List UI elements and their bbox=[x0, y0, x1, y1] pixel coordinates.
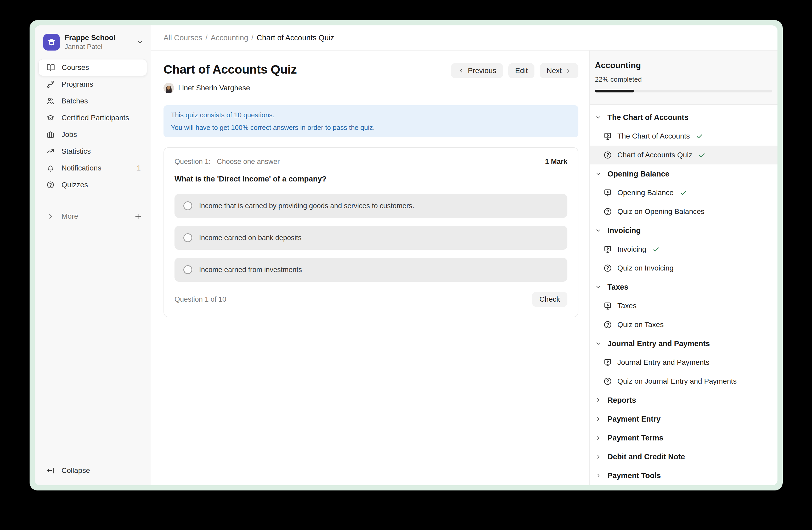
chevron-right-icon bbox=[595, 434, 602, 441]
outline-section-header-opening-balance[interactable]: Opening Balance bbox=[590, 165, 778, 183]
outline-section-opening-balance: Opening Balance Opening Balance Quiz on … bbox=[590, 165, 778, 221]
help-circle-icon bbox=[603, 264, 612, 273]
notice-line-1: This quiz consists of 10 questions. bbox=[171, 109, 571, 121]
quiz-notice: This quiz consists of 10 questions. You … bbox=[163, 105, 578, 137]
monitor-play-icon bbox=[603, 132, 612, 141]
chevron-down-icon[interactable] bbox=[136, 38, 144, 46]
outline-item-chart-of-accounts-quiz[interactable]: Chart of Accounts Quiz bbox=[590, 145, 778, 165]
sidebar-item-more[interactable]: More bbox=[39, 208, 147, 225]
graduation-cap-icon bbox=[46, 114, 55, 122]
more-label: More bbox=[61, 212, 127, 221]
outline-section-taxes: Taxes Taxes Quiz on Taxes bbox=[590, 278, 778, 334]
help-circle-icon bbox=[46, 181, 55, 189]
check-icon bbox=[652, 245, 660, 253]
plus-icon[interactable] bbox=[134, 212, 142, 221]
breadcrumb-separator: / bbox=[205, 33, 207, 42]
sidebar-item-notifications[interactable]: Notifications 1 bbox=[39, 160, 147, 177]
bell-icon bbox=[46, 164, 55, 172]
check-icon bbox=[696, 132, 704, 140]
radio-icon[interactable] bbox=[183, 265, 192, 274]
answer-option-2[interactable]: Income earned on bank deposits bbox=[174, 226, 567, 250]
sidebar-item-batches[interactable]: Batches bbox=[39, 93, 147, 110]
author-row: Linet Sherin Varghese bbox=[163, 83, 297, 93]
course-progress-label: 22% completed bbox=[595, 75, 772, 84]
graduation-cap-logo-icon bbox=[46, 37, 57, 48]
edit-button[interactable]: Edit bbox=[508, 63, 534, 78]
outline-section-header-payment-entry[interactable]: Payment Entry bbox=[590, 409, 778, 428]
workspace-switcher[interactable]: Frappe School Jannat Patel bbox=[35, 25, 151, 51]
outline-item-quiz-on-taxes[interactable]: Quiz on Taxes bbox=[590, 315, 778, 334]
collapse-icon bbox=[46, 466, 55, 475]
workspace-user: Jannat Patel bbox=[64, 43, 131, 51]
outline-section-payment-terms: Payment Terms bbox=[590, 428, 778, 447]
outline-section-header-journal-entry-and-payments[interactable]: Journal Entry and Payments bbox=[590, 334, 778, 353]
course-title: Accounting bbox=[595, 60, 772, 70]
help-circle-icon bbox=[603, 151, 612, 159]
sidebar-item-programs[interactable]: Programs bbox=[39, 76, 147, 93]
quiz-content: Chart of Accounts Quiz bbox=[151, 51, 589, 485]
chevron-down-icon bbox=[595, 170, 602, 177]
sidebar-item-jobs[interactable]: Jobs bbox=[39, 126, 147, 143]
chevron-right-icon bbox=[565, 67, 571, 74]
previous-button[interactable]: Previous bbox=[451, 63, 503, 78]
sidebar-item-statistics[interactable]: Statistics bbox=[39, 143, 147, 160]
sidebar-item-courses[interactable]: Courses bbox=[39, 59, 147, 76]
chevron-right-icon bbox=[595, 416, 602, 422]
outline-item-taxes[interactable]: Taxes bbox=[590, 296, 778, 315]
outline-item-invoicing[interactable]: Invoicing bbox=[590, 240, 778, 259]
chevron-right-icon bbox=[595, 472, 602, 479]
outline-item-quiz-on-opening-balances[interactable]: Quiz on Opening Balances bbox=[590, 202, 778, 221]
outline-section-debit-and-credit-note: Debit and Credit Note bbox=[590, 447, 778, 466]
sidebar-item-certified-participants[interactable]: Certified Participants bbox=[39, 110, 147, 126]
monitor-play-icon bbox=[603, 188, 612, 197]
outline-item-quiz-on-invoicing[interactable]: Quiz on Invoicing bbox=[590, 259, 778, 278]
author-avatar bbox=[163, 83, 174, 93]
outline-section-header-payment-terms[interactable]: Payment Terms bbox=[590, 428, 778, 447]
radio-icon[interactable] bbox=[183, 233, 192, 242]
outline-section-header-debit-and-credit-note[interactable]: Debit and Credit Note bbox=[590, 447, 778, 466]
question-card: Question 1: Choose one answer 1 Mark Wha… bbox=[163, 147, 578, 317]
breadcrumb-all-courses[interactable]: All Courses bbox=[163, 33, 202, 42]
chevron-down-icon bbox=[595, 227, 602, 234]
help-circle-icon bbox=[603, 320, 612, 329]
course-progress-fill bbox=[595, 90, 634, 93]
page-title: Chart of Accounts Quiz bbox=[163, 62, 297, 76]
radio-icon[interactable] bbox=[183, 201, 192, 210]
frappe-school-logo bbox=[43, 34, 60, 51]
breadcrumb-accounting[interactable]: Accounting bbox=[211, 33, 248, 42]
outline-section-invoicing: Invoicing Invoicing Quiz on Invoicing bbox=[590, 221, 778, 278]
next-button[interactable]: Next bbox=[540, 63, 578, 78]
chevron-right-icon bbox=[595, 453, 602, 460]
question-marks: 1 Mark bbox=[545, 158, 567, 166]
trending-up-icon bbox=[46, 147, 55, 155]
collapse-label: Collapse bbox=[61, 466, 90, 475]
sidebar-item-quizzes[interactable]: Quizzes bbox=[39, 177, 147, 193]
outline-item-the-chart-of-accounts[interactable]: The Chart of Accounts bbox=[590, 127, 778, 145]
breadcrumb-current: Chart of Accounts Quiz bbox=[257, 33, 334, 42]
collapse-sidebar-button[interactable]: Collapse bbox=[39, 462, 147, 479]
check-icon bbox=[679, 189, 687, 197]
chevron-down-icon bbox=[595, 283, 602, 290]
outline-item-opening-balance[interactable]: Opening Balance bbox=[590, 183, 778, 202]
outline-section-journal-entry-and-payments: Journal Entry and Payments Journal Entry… bbox=[590, 334, 778, 391]
outline-section-header-taxes[interactable]: Taxes bbox=[590, 278, 778, 296]
answer-option-3[interactable]: Income earned from investments bbox=[174, 258, 567, 282]
outline-section-header-reports[interactable]: Reports bbox=[590, 391, 778, 409]
outline-item-quiz-on-journal-entry-and-payments[interactable]: Quiz on Journal Entry and Payments bbox=[590, 372, 778, 391]
notification-count-badge: 1 bbox=[137, 164, 142, 172]
answer-option-1[interactable]: Income that is earned by providing goods… bbox=[174, 194, 567, 218]
outline-section-header-payment-tools[interactable]: Payment Tools bbox=[590, 466, 778, 485]
outline-section-header-the-chart-of-accounts[interactable]: The Chart of Accounts bbox=[590, 108, 778, 127]
outline-item-journal-entry-and-payments[interactable]: Journal Entry and Payments bbox=[590, 353, 778, 372]
check-button[interactable]: Check bbox=[532, 292, 567, 307]
course-outline: The Chart of Accounts The Chart of Accou… bbox=[590, 105, 778, 485]
main-column: All Courses / Accounting / Chart of Acco… bbox=[151, 25, 778, 485]
outline-section-reports: Reports bbox=[590, 391, 778, 409]
course-progress-bar bbox=[595, 90, 772, 93]
outline-section-header-invoicing[interactable]: Invoicing bbox=[590, 221, 778, 240]
monitor-play-icon bbox=[603, 358, 612, 367]
help-circle-icon bbox=[603, 207, 612, 216]
chevron-right-icon bbox=[595, 397, 602, 404]
chevron-right-icon bbox=[46, 212, 55, 221]
workflow-icon bbox=[46, 80, 55, 88]
